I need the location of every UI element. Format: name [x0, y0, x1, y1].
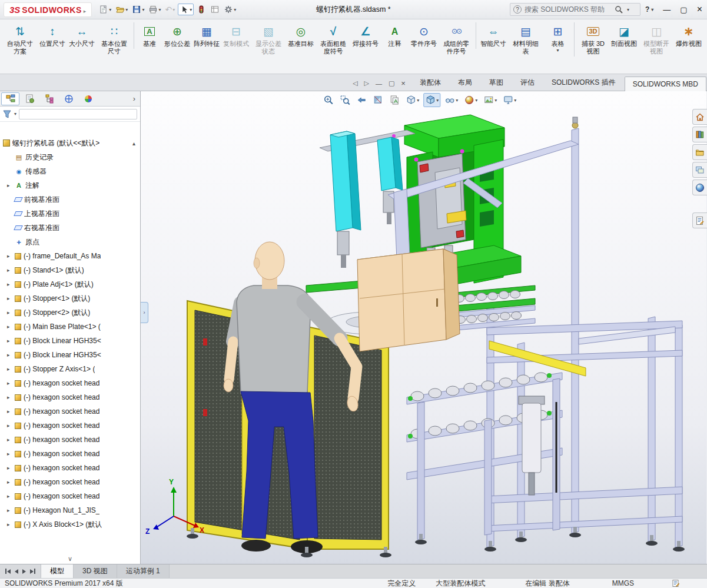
- options-button[interactable]: ▾: [223, 4, 237, 15]
- tree-item[interactable]: (-) hexagon socket head: [0, 489, 140, 503]
- help-menu[interactable]: ?▾: [645, 5, 653, 14]
- expand-arrow-icon[interactable]: [7, 493, 12, 499]
- appearances-tab[interactable]: [692, 180, 707, 195]
- restore-doc-icon[interactable]: ▢: [389, 79, 394, 87]
- command-tab[interactable]: 草图: [481, 74, 512, 91]
- file-properties-button[interactable]: [209, 4, 221, 15]
- ribbon-button[interactable]: 自动尺寸方案 ▾: [2, 22, 38, 57]
- expand-arrow-icon[interactable]: [7, 437, 12, 443]
- command-tab[interactable]: SOLIDWORKS MBD: [625, 77, 706, 91]
- file-explorer-tab[interactable]: [692, 144, 707, 160]
- tree-item[interactable]: (-) Block Linear HGH35<: [0, 348, 140, 362]
- section-view-button[interactable]: [371, 93, 385, 107]
- view-settings-button[interactable]: ▾: [501, 93, 518, 107]
- design-library-tab[interactable]: [692, 127, 707, 142]
- tree-item[interactable]: (-) Stopper<2> (默认): [0, 305, 140, 320]
- ribbon-button[interactable]: 材料明细表 ▾: [508, 22, 543, 57]
- feature-tree[interactable]: 螺钉拧紧机器 (默认<<默认> ▴ ∨ 历史记录 传感器: [0, 122, 140, 564]
- minimize-doc-icon[interactable]: —: [376, 80, 382, 87]
- expand-arrow-icon[interactable]: [7, 338, 12, 344]
- panel-header-chevron-icon[interactable]: ›: [130, 94, 139, 103]
- expand-arrow-icon[interactable]: [7, 465, 12, 471]
- command-tab[interactable]: 装配体: [411, 74, 449, 91]
- minimize-icon[interactable]: —: [663, 5, 671, 14]
- tree-item[interactable]: 右视基准面: [0, 221, 140, 235]
- expand-arrow-icon[interactable]: [7, 521, 12, 527]
- apply-scene-button[interactable]: ▾: [482, 93, 499, 107]
- tree-collapse-icon[interactable]: ▴: [132, 140, 140, 147]
- search-icon[interactable]: [615, 5, 623, 14]
- configurationmanager-tab[interactable]: [40, 92, 58, 105]
- tree-item[interactable]: (-) Hexagon Nut_1_JIS_: [0, 503, 140, 517]
- ribbon-button[interactable]: 形位公差 ▾: [162, 22, 192, 49]
- status-custom-properties-icon[interactable]: [672, 579, 680, 587]
- expand-arrow-icon[interactable]: [7, 197, 12, 202]
- expand-arrow-icon[interactable]: [7, 479, 12, 485]
- ribbon-button[interactable]: 表格 ▾: [543, 22, 572, 54]
- expand-arrow-icon[interactable]: [7, 324, 12, 330]
- display-style-button[interactable]: ▾: [404, 93, 421, 107]
- displaymanager-tab[interactable]: [79, 92, 97, 105]
- ribbon-button[interactable]: 大小尺寸 ▾: [67, 22, 97, 49]
- maximize-icon[interactable]: ▢: [680, 5, 687, 14]
- tree-item[interactable]: 上视基准面: [0, 207, 140, 221]
- tree-item[interactable]: (-) Stopper Z Axis<1> (: [0, 362, 140, 376]
- zoom-to-area-button[interactable]: [338, 93, 352, 107]
- tree-item[interactable]: 历史记录: [0, 150, 140, 164]
- next-tab-icon[interactable]: [22, 569, 26, 574]
- tree-item[interactable]: (-) hexagon socket head: [0, 475, 140, 489]
- ribbon-button[interactable]: 爆炸视图 ▾: [674, 22, 703, 49]
- ribbon-button[interactable]: 剖面视图 ▾: [609, 22, 639, 49]
- expand-arrow-icon[interactable]: [7, 225, 12, 231]
- command-tab[interactable]: 布局: [450, 74, 480, 91]
- view-palette-tab[interactable]: [692, 162, 707, 178]
- tree-item[interactable]: (-) hexagon socket head: [0, 433, 140, 447]
- viewport-3d-scene[interactable]: Y X Z: [141, 91, 706, 564]
- ribbon-button[interactable]: 焊接符号 ▾: [351, 22, 380, 49]
- search-dropdown-icon[interactable]: ▾: [627, 7, 629, 12]
- command-tab[interactable]: SOLIDWORKS 插件: [543, 74, 624, 91]
- undo-button[interactable]: ↶▾: [164, 4, 176, 15]
- ribbon-button[interactable]: 零件序号 ▾: [409, 22, 439, 49]
- select-button[interactable]: ▾: [178, 4, 194, 15]
- open-button[interactable]: ▾: [114, 4, 129, 15]
- help-search-box[interactable]: ? ▾: [510, 3, 640, 16]
- ribbon-button[interactable]: 复制模式 ▾: [221, 22, 251, 49]
- command-tab[interactable]: 评估: [512, 74, 543, 91]
- custom-properties-tab[interactable]: [692, 212, 707, 228]
- tree-item[interactable]: (-) hexagon socket head: [0, 376, 140, 390]
- expand-arrow-icon[interactable]: [7, 366, 12, 372]
- ribbon-button[interactable]: 智能尺寸 ▾: [476, 22, 508, 49]
- tree-item[interactable]: (-) Stand<1> (默认): [0, 263, 140, 277]
- close-doc-icon[interactable]: ×: [401, 79, 406, 88]
- featuremanager-tree-tab[interactable]: [1, 92, 19, 105]
- expand-arrow-icon[interactable]: [7, 423, 12, 428]
- ribbon-button[interactable]: 基准 ▾: [134, 22, 162, 49]
- expand-arrow-icon[interactable]: [7, 239, 12, 245]
- control-cabinet[interactable]: [357, 249, 460, 351]
- edit-appearance-button[interactable]: ▾: [462, 93, 479, 107]
- print-button[interactable]: ▾: [147, 4, 162, 15]
- graphics-viewport[interactable]: Y X Z: [141, 91, 707, 564]
- hide-show-items-button[interactable]: ▾: [443, 93, 460, 107]
- ribbon-button[interactable]: 捕获 3D 视图 ▾: [574, 22, 609, 57]
- ribbon-button[interactable]: 阵列特征 ▾: [192, 22, 221, 49]
- expand-arrow-icon[interactable]: [7, 394, 12, 400]
- last-tab-icon[interactable]: [30, 569, 35, 574]
- ribbon-button[interactable]: 显示公差状态 ▾: [251, 22, 286, 57]
- ribbon-dropdown-icon[interactable]: ▾: [556, 48, 559, 53]
- filter-funnel-icon[interactable]: [3, 110, 11, 118]
- tree-item[interactable]: (-) hexagon socket head: [0, 418, 140, 433]
- expand-arrow-icon[interactable]: [7, 154, 12, 160]
- tree-item[interactable]: (-) hexagon socket head: [0, 461, 140, 475]
- expand-arrow-icon[interactable]: [7, 281, 12, 287]
- panel-collapse-handle[interactable]: ›: [141, 302, 148, 323]
- expand-arrow-icon[interactable]: [7, 380, 12, 386]
- expand-arrow-icon[interactable]: [7, 168, 12, 174]
- tree-item[interactable]: 注解: [0, 178, 140, 192]
- ribbon-button[interactable]: 基准目标 ▾: [286, 22, 316, 49]
- expand-arrow-icon[interactable]: [7, 182, 12, 188]
- next-pane-icon[interactable]: ▷: [364, 79, 369, 87]
- expand-arrow-icon[interactable]: [7, 267, 12, 273]
- tree-item[interactable]: (-) hexagon socket head: [0, 404, 140, 418]
